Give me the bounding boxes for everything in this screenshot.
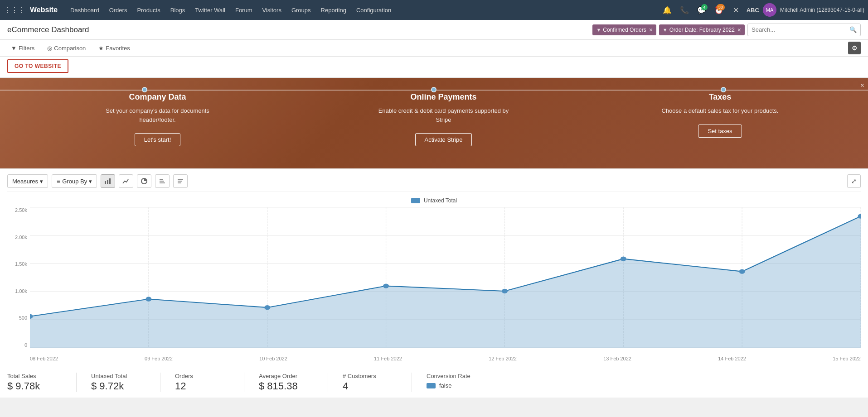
y-label-2: 2.00k [15, 235, 27, 240]
promo-card-company: Company Data Set your company's data for… [90, 92, 226, 146]
promo-company-description: Set your company's data for documents he… [90, 106, 226, 124]
nav-forum[interactable]: Forum [231, 5, 257, 15]
measures-label: Measures [12, 178, 38, 185]
settings-button[interactable]: ⚙ [848, 42, 861, 54]
search-box[interactable]: 🔍 [747, 24, 861, 36]
kpi-total-sales-value: $ 9.78k [7, 380, 62, 392]
svg-point-29 [383, 283, 389, 288]
nav-products[interactable]: Products [132, 5, 165, 15]
svg-rect-3 [107, 180, 108, 184]
kpi-customers-label: # Customers [343, 373, 397, 379]
kpi-divider-4 [328, 373, 328, 392]
message-badge: 4 [701, 4, 708, 10]
kpi-row: Total Sales $ 9.78k Untaxed Total $ 9.72… [0, 367, 868, 398]
grid-icon[interactable]: ⋮⋮⋮ [4, 6, 25, 14]
x-label-1: 09 Feb 2022 [145, 356, 173, 361]
message-icon[interactable]: 💬 4 [695, 3, 708, 17]
top-navigation: ⋮⋮⋮ Website Dashboard Orders Products Bl… [0, 0, 868, 20]
bar-chart-button[interactable] [101, 174, 115, 188]
promo-payments-description: Enable credit & debit card payments supp… [376, 106, 512, 124]
chart-svg-area [30, 207, 861, 348]
filters-button[interactable]: ▼ Filters [7, 43, 38, 53]
comparison-icon: ◎ [47, 45, 52, 52]
nav-dashboard[interactable]: Dashboard [66, 5, 104, 15]
search-input[interactable] [752, 26, 849, 33]
activity-badge: 38 [717, 4, 725, 10]
confirmed-orders-remove-button[interactable]: × [649, 27, 653, 33]
promo-banner: × Company Data Set your company's data f… [0, 78, 868, 168]
nav-configuration[interactable]: Configuration [352, 5, 396, 15]
promo-company-title: Company Data [90, 92, 226, 102]
order-date-label: Order Date: February 2022 [669, 27, 735, 33]
svg-point-32 [739, 269, 745, 273]
promo-taxes-title: Taxes [662, 92, 779, 102]
user-name[interactable]: Mitchell Admin (12893047-15-0-all) [780, 7, 864, 13]
order-date-remove-button[interactable]: × [737, 27, 741, 33]
measures-dropdown[interactable]: Measures ▾ [7, 174, 48, 188]
comparison-button[interactable]: ◎ Comparison [44, 43, 89, 53]
promo-close-button[interactable]: × [860, 81, 864, 90]
line-chart-button[interactable] [119, 174, 133, 188]
nav-groups[interactable]: Groups [287, 5, 315, 15]
promo-card-payments: Online Payments Enable credit & debit ca… [376, 92, 512, 146]
kpi-divider-1 [76, 373, 77, 392]
svg-marker-25 [30, 216, 861, 348]
sort-asc-button[interactable] [155, 174, 170, 188]
phone-icon[interactable]: 📞 [678, 3, 691, 17]
kpi-conversion-value: false [439, 382, 451, 389]
page-title: eCommerce Dashboard [7, 25, 591, 34]
filter-bar: ▼ Confirmed Orders × ▼ Order Date: Febru… [592, 24, 861, 36]
nav-twitter-wall[interactable]: Twitter Wall [190, 5, 230, 15]
filters-label: Filters [19, 45, 34, 52]
pie-chart-button[interactable] [137, 174, 151, 188]
nav-reporting[interactable]: Reporting [316, 5, 351, 15]
nav-icon-group: 🔔 📞 💬 4 ⏰ 38 ✕ ABC MA Mitchell Admin (12… [660, 3, 864, 17]
promo-payments-button[interactable]: Activate Stripe [415, 133, 472, 146]
kpi-conversion-rate: Conversion Rate false [427, 373, 481, 392]
promo-taxes-description: Choose a default sales tax for your prod… [662, 106, 779, 115]
promo-payments-title: Online Payments [376, 92, 512, 102]
nav-blogs[interactable]: Blogs [166, 5, 190, 15]
expand-icon: ⤢ [851, 177, 857, 185]
svg-text:MA: MA [766, 7, 774, 13]
nav-visitors[interactable]: Visitors [258, 5, 286, 15]
y-label-3: 1.50k [15, 261, 27, 267]
group-by-lines-icon: ≡ [57, 177, 60, 185]
kpi-untaxed-total: Untaxed Total $ 9.72k [91, 373, 145, 392]
chart-section: Measures ▾ ≡ Group By ▾ ⤢ Untaxed Total [0, 168, 868, 367]
abc-label: ABC [747, 7, 759, 14]
avatar[interactable]: MA [763, 3, 776, 17]
x-label-0: 08 Feb 2022 [30, 356, 58, 361]
svg-point-27 [145, 297, 151, 301]
kpi-customers: # Customers 4 [343, 373, 397, 392]
chart-expand-button[interactable]: ⤢ [847, 174, 861, 188]
promo-company-button[interactable]: Let's start! [135, 133, 181, 146]
brand-name[interactable]: Website [30, 6, 58, 14]
promo-dots [0, 87, 868, 92]
x-axis: 08 Feb 2022 09 Feb 2022 10 Feb 2022 11 F… [30, 348, 861, 361]
kpi-customers-value: 4 [343, 380, 397, 392]
promo-taxes-button[interactable]: Set taxes [698, 125, 742, 138]
favorites-button[interactable]: ★ Favorites [95, 43, 133, 53]
confirmed-orders-filter-tag[interactable]: ▼ Confirmed Orders × [592, 24, 656, 35]
y-axis: 2.50k 2.00k 1.50k 1.00k 500 0 [7, 207, 30, 348]
promo-dot-2 [431, 87, 436, 92]
filter-row: ▼ Filters ◎ Comparison ★ Favorites ⚙ [0, 40, 868, 57]
go-to-website-button[interactable]: GO TO WEBSITE [7, 59, 68, 73]
kpi-divider-2 [160, 373, 160, 392]
promo-dot-1 [142, 87, 147, 92]
group-by-dropdown[interactable]: ≡ Group By ▾ [52, 174, 97, 188]
nav-orders[interactable]: Orders [105, 5, 132, 15]
search-icon[interactable]: 🔍 [849, 26, 857, 33]
notification-bell-icon[interactable]: 🔔 [660, 3, 674, 17]
x-label-6: 14 Feb 2022 [718, 356, 746, 361]
favorites-label: Favorites [106, 45, 130, 52]
comparison-label: Comparison [54, 45, 86, 52]
svg-point-28 [264, 305, 270, 310]
order-date-filter-tag[interactable]: ▼ Order Date: February 2022 × [659, 24, 745, 35]
chart-toolbar: Measures ▾ ≡ Group By ▾ ⤢ [7, 174, 861, 192]
activity-icon[interactable]: ⏰ 38 [712, 3, 726, 17]
sort-desc-button[interactable] [173, 174, 188, 188]
kpi-conversion-legend-box [427, 383, 436, 388]
close-icon[interactable]: ✕ [729, 3, 743, 17]
